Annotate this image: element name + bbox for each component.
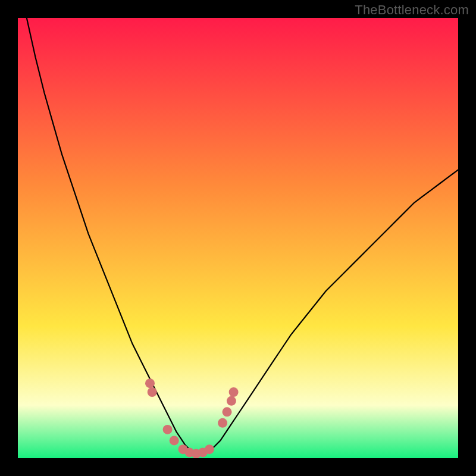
data-marker: [148, 387, 157, 397]
data-marker: [223, 407, 232, 416]
bottleneck-plot: [18, 18, 458, 458]
data-marker: [163, 425, 173, 434]
data-marker: [145, 378, 155, 388]
data-marker: [218, 418, 227, 428]
chart-container: TheBottleneck.com: [0, 0, 476, 476]
data-marker: [170, 436, 179, 445]
watermark-text: TheBottleneck.com: [355, 2, 469, 18]
data-marker: [227, 396, 236, 406]
data-marker: [229, 387, 239, 397]
data-marker: [205, 444, 214, 454]
